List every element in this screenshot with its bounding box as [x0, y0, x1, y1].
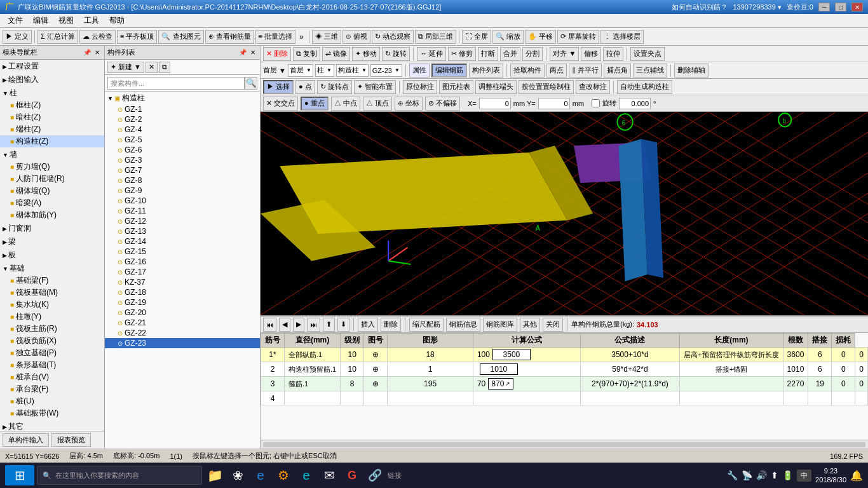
comp-gz5[interactable]: ⊙GZ-5	[105, 135, 260, 145]
taskbar-icon-edge[interactable]: e	[296, 465, 316, 485]
rotate-checkbox[interactable]	[592, 99, 600, 107]
tray-icon3[interactable]: 🔊	[756, 470, 767, 480]
nav-shearwall[interactable]: ■ 剪力墙(Q)	[0, 161, 104, 173]
batch-select-btn[interactable]: ≡ 批量选择	[255, 30, 295, 44]
offset-btn[interactable]: 偏移	[581, 47, 601, 61]
phone-text[interactable]: 13907298339 ▾	[733, 3, 781, 11]
nav-raftrebar[interactable]: ■ 筏板主筋(R)	[0, 323, 104, 335]
nav-pit[interactable]: ■ 集水坑(K)	[0, 299, 104, 311]
snap-midpoint-btn[interactable]: △ 中点	[331, 97, 360, 111]
ime-indicator[interactable]: 中	[797, 470, 811, 482]
rotate-input[interactable]	[619, 98, 651, 109]
break-btn[interactable]: 打断	[478, 47, 498, 61]
auto-gen-btn[interactable]: 自动生成构造柱	[617, 80, 672, 94]
cloud-check-btn[interactable]: ☁ 云检查	[79, 30, 116, 44]
taskbar-icon-app1[interactable]: ❀	[227, 465, 248, 485]
comp-gz6[interactable]: ⊙GZ-6	[105, 145, 260, 155]
cell-num-4[interactable]: 4	[261, 391, 285, 405]
rebar-down-btn[interactable]: ⬇	[337, 318, 349, 332]
comp-gz19[interactable]: ⊙GZ-19	[105, 297, 260, 308]
view-rebar-btn[interactable]: ⊕ 查看钢筋量	[205, 30, 254, 44]
comp-gz14[interactable]: ⊙GZ-14	[105, 236, 260, 247]
taskbar-icon-g[interactable]: G	[342, 465, 362, 485]
comp-pin-btn[interactable]: 📌	[238, 48, 247, 57]
menu-tools[interactable]: 工具	[79, 14, 104, 27]
snap-coord-btn[interactable]: ⊕ 坐标	[395, 97, 423, 111]
nav-capbeam[interactable]: ■ 承台梁(F)	[0, 383, 104, 395]
delete-btn[interactable]: ✕ 删除	[263, 47, 291, 61]
setpoint-btn[interactable]: 设置夹点	[630, 47, 665, 61]
align-btn[interactable]: ≡ 平齐板顶	[117, 30, 157, 44]
point-mode-btn[interactable]: ● 点	[295, 80, 315, 94]
close-button[interactable]: ✕	[851, 3, 863, 11]
comp-gz15[interactable]: ⊙GZ-15	[105, 247, 260, 257]
nav-beam-header[interactable]: ▶ 梁	[0, 236, 104, 248]
mirror-btn[interactable]: ⇌ 镜像	[322, 47, 350, 61]
cell-num-2[interactable]: 2	[261, 362, 285, 377]
comp-close-btn[interactable]: ✕	[248, 48, 257, 57]
comp-gz13[interactable]: ⊙GZ-13	[105, 226, 260, 236]
property-btn[interactable]: 属性	[409, 64, 430, 78]
viewport[interactable]: A 6 b	[261, 112, 868, 315]
delete-row-btn[interactable]: 删除	[381, 318, 401, 332]
menu-file[interactable]: 文件	[3, 14, 28, 27]
cell-diam-3[interactable]: 8	[341, 377, 364, 391]
menu-edit[interactable]: 编辑	[28, 14, 53, 27]
report-btn[interactable]: 报表预览	[51, 433, 91, 447]
other-btn[interactable]: 其他	[520, 318, 540, 332]
fullscreen-btn[interactable]: ⛶ 全屏	[462, 30, 491, 44]
nav-wall-header[interactable]: ▼ 墙	[0, 149, 104, 161]
cell-diam-1[interactable]: 10	[341, 348, 364, 362]
rebar-prev-btn[interactable]: ◀	[279, 318, 290, 332]
scale-rebar-btn[interactable]: 缩尺配筋	[409, 318, 444, 332]
nav-drawing-header[interactable]: ▶ 绘图输入	[0, 74, 104, 86]
comp-gz10[interactable]: ⊙GZ-10	[105, 196, 260, 206]
nav-masonrywall[interactable]: ■ 砌体墙(Q)	[0, 185, 104, 197]
name-selector[interactable]: GZ-23	[370, 64, 402, 77]
zoom-btn[interactable]: 🔍 缩放	[492, 30, 524, 44]
nav-structcol[interactable]: ■ 构造柱(Z)	[0, 135, 104, 147]
comp-gz2[interactable]: ⊙GZ-2	[105, 114, 260, 125]
h-scrollbar[interactable]	[261, 440, 868, 449]
floor-selector[interactable]: 首层	[288, 64, 313, 77]
comp-root-header[interactable]: ▼ ▣ 构造柱	[105, 92, 260, 104]
taskbar-search[interactable]: 🔍 在这里输入你要搜索的内容	[37, 466, 202, 485]
calc-btn[interactable]: Σ 汇总计算	[37, 30, 78, 44]
cell-num-3[interactable]: 3	[261, 377, 285, 391]
top-view-btn[interactable]: ⊙ 俯视	[342, 30, 370, 44]
comp-gz11[interactable]: ⊙GZ-11	[105, 206, 260, 216]
nav-column-header[interactable]: ▼ 柱	[0, 87, 104, 99]
rebar-last-btn[interactable]: ⏭	[307, 318, 320, 332]
comp-gz8[interactable]: ⊙GZ-8	[105, 175, 260, 186]
snap-vertex-btn[interactable]: △ 顶点	[363, 97, 392, 111]
taskbar-icon-ie[interactable]: e	[250, 465, 271, 485]
nav-other-header[interactable]: ▶ 其它	[0, 421, 104, 431]
nav-colcap[interactable]: ■ 柱墩(Y)	[0, 311, 104, 323]
taskbar-icon-file[interactable]: 📁	[205, 465, 225, 485]
pan-btn[interactable]: ✋ 平移	[525, 30, 556, 44]
no-offset-btn[interactable]: ⊘ 不偏移	[425, 97, 460, 111]
subtype-selector[interactable]: 构造柱	[336, 64, 369, 77]
rotate-btn[interactable]: ⟳ 屏幕旋转	[557, 30, 599, 44]
adjust-head-btn[interactable]: 调整柱端头	[475, 80, 517, 94]
menu-view[interactable]: 视图	[53, 14, 79, 27]
snap-endpoint-btn[interactable]: ● 重点	[301, 97, 329, 111]
parallel-btn[interactable]: ∥ 并平行	[569, 64, 602, 78]
find-btn[interactable]: 🔍 查找图元	[158, 30, 203, 44]
rotate-point-btn[interactable]: ↻ 旋转点	[317, 80, 352, 94]
tray-icon5[interactable]: 🔋	[782, 470, 793, 480]
del-aux-btn[interactable]: 删除辅轴	[674, 64, 709, 78]
three-point-btn[interactable]: 三点辅线	[633, 64, 667, 78]
taskbar-icon-store[interactable]: ⚙	[273, 465, 294, 485]
comp-gz17[interactable]: ⊙GZ-17	[105, 267, 260, 277]
maximize-button[interactable]: □	[835, 3, 846, 11]
smart-layout-btn[interactable]: ✦ 智能布置	[354, 80, 396, 94]
comp-gz21[interactable]: ⊙GZ-21	[105, 318, 260, 328]
snap-intersection-btn[interactable]: ✕ 交交点	[263, 97, 298, 111]
select-floor-btn[interactable]: ⋮ 选择楼层	[600, 30, 644, 44]
type-selector[interactable]: 柱	[315, 64, 334, 77]
copy-btn[interactable]: ⧉ 复制	[293, 47, 320, 61]
comp-gz18[interactable]: ⊙GZ-18	[105, 287, 260, 297]
tray-icon4[interactable]: ⬆	[771, 470, 778, 480]
comp-kz37[interactable]: ⊙KZ-37	[105, 277, 260, 287]
